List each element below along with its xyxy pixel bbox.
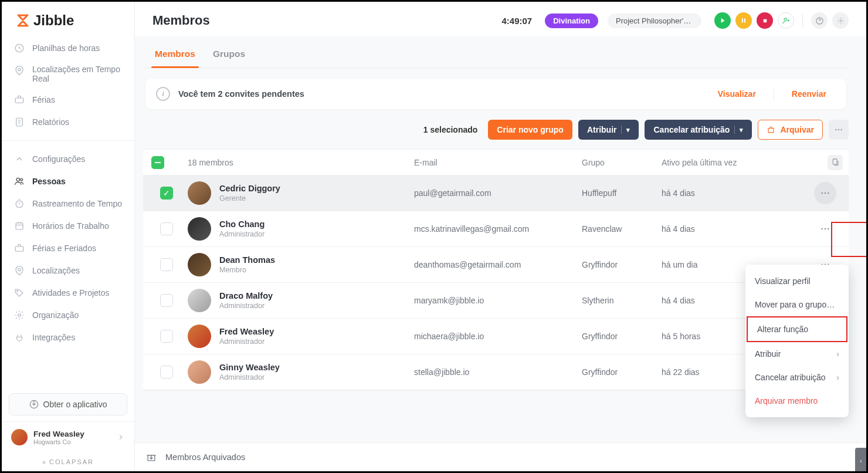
plug-icon — [13, 332, 25, 343]
collapse-button[interactable]: «COLAPSAR — [2, 452, 134, 471]
nav-activities[interactable]: Atividades e Projetos — [2, 282, 134, 304]
chevron-down-icon: ▾ — [740, 126, 743, 134]
member-email: stella@jibble.io — [414, 367, 578, 377]
svg-rect-15 — [763, 19, 767, 22]
member-name: Ginny Weasley — [219, 363, 280, 372]
table-row[interactable]: Cho Chang Administrador mcs.katrinaville… — [143, 211, 849, 247]
svg-rect-7 — [16, 223, 23, 229]
col-last-active: Ativo pela última vez — [662, 158, 804, 167]
gear-icon — [13, 309, 25, 321]
project-pill[interactable]: Project Philosopher's S… — [608, 13, 701, 28]
drawer-handle[interactable]: ‹ — [855, 448, 867, 473]
logo-icon — [16, 13, 30, 28]
row-more-button[interactable] — [814, 182, 836, 204]
avatar — [188, 289, 211, 312]
member-email: paul@getairmail.com — [414, 188, 578, 198]
member-role: Administrador — [219, 230, 265, 238]
more-actions-button[interactable] — [829, 120, 849, 140]
help-icon[interactable] — [811, 12, 828, 29]
nav-label: Pessoas — [32, 177, 66, 186]
nav-vacation[interactable]: Férias — [2, 89, 134, 111]
pause-icon[interactable] — [735, 12, 752, 29]
nav-label: Rastreamento de Tempo — [32, 199, 122, 208]
menu-unassign[interactable]: Cancelar atribuição› — [745, 366, 849, 389]
table-row[interactable]: Ginny Weasley Administrador stella@jibbl… — [143, 354, 849, 390]
menu-move-to-group[interactable]: Mover para o grupo… — [745, 293, 849, 316]
archived-label: Membros Arquivados — [165, 452, 245, 462]
svg-point-24 — [825, 192, 826, 194]
logo[interactable]: Jibble — [2, 2, 134, 35]
brand-name: Jibble — [33, 12, 74, 29]
chevron-down-icon: ▾ — [626, 126, 630, 134]
menu-view-profile[interactable]: Visualizar perfil — [745, 269, 849, 293]
row-checkbox[interactable] — [160, 222, 173, 235]
export-icon[interactable] — [828, 155, 843, 170]
select-all-checkbox[interactable] — [151, 156, 164, 169]
nav-people[interactable]: Pessoas — [2, 170, 134, 192]
row-checkbox[interactable] — [160, 294, 173, 307]
nav-locations[interactable]: Localizações — [2, 259, 134, 282]
nav-holidays[interactable]: Férias e Feriados — [2, 237, 134, 259]
svg-rect-2 — [15, 98, 23, 103]
menu-assign[interactable]: Atribuir› — [745, 342, 849, 366]
settings-icon[interactable] — [832, 12, 849, 29]
nav-settings[interactable]: Configurações — [2, 148, 134, 170]
nav-tracking[interactable]: Rastreamento de Tempo — [2, 192, 134, 215]
table-row[interactable]: Dean Thomas Membro deanthomas@getairmail… — [143, 247, 849, 283]
archived-members[interactable]: Membros Arquivados — [135, 442, 866, 471]
add-person-icon[interactable] — [778, 12, 794, 29]
svg-point-26 — [821, 228, 823, 230]
member-role: Gerente — [219, 194, 280, 202]
nav-schedules[interactable]: Horários de Trabalho — [2, 215, 134, 237]
members-count: 18 membros — [188, 158, 411, 167]
play-icon[interactable] — [714, 12, 731, 29]
collapse-label: COLAPSAR — [49, 458, 94, 465]
download-icon — [29, 400, 39, 409]
menu-change-role[interactable]: Alterar função — [747, 316, 847, 342]
assign-button[interactable]: Atribuir ▾ — [578, 120, 639, 140]
activity-pill[interactable]: Divination — [545, 13, 598, 28]
suitcase-icon — [13, 242, 25, 254]
nav-label: Localizações em Tempo Real — [32, 65, 123, 83]
sidebar-user[interactable]: Fred Weasley Hogwarts Co — [2, 421, 134, 452]
menu-archive-member[interactable]: Arquivar membro — [745, 389, 849, 413]
archive-label: Arquivar — [780, 125, 814, 134]
avatar — [188, 325, 211, 348]
member-last-active: há 4 dias — [662, 188, 804, 198]
row-checkbox[interactable]: ✓ — [160, 187, 173, 200]
nav-reports[interactable]: Relatórios — [2, 111, 134, 133]
nav-locations-realtime[interactable]: Localizações em Tempo Real — [2, 59, 134, 89]
info-icon: i — [156, 87, 170, 101]
member-group: Gryffindor — [582, 332, 658, 341]
nav-timesheets[interactable]: Planilhas de horas — [2, 37, 134, 59]
avatar — [188, 217, 211, 241]
row-checkbox[interactable] — [160, 258, 173, 271]
banner-view-link[interactable]: Visualizar — [708, 87, 765, 101]
member-email: maryamk@jibble.io — [414, 296, 578, 305]
calendar-icon — [13, 220, 25, 232]
get-app-button[interactable]: Obter o aplicativo — [9, 393, 127, 415]
create-group-button[interactable]: Criar novo grupo — [488, 120, 572, 140]
nav-integrations[interactable]: Integrações — [2, 326, 134, 349]
nav-organization[interactable]: Organização — [2, 304, 134, 326]
menu-label: Mover para o grupo… — [755, 300, 835, 309]
svg-point-20 — [838, 129, 839, 130]
nav-label: Organização — [32, 310, 79, 320]
svg-rect-13 — [742, 19, 743, 23]
banner-resend-link[interactable]: Reenviar — [782, 87, 836, 101]
table-row[interactable]: Fred Weasley Administrador michaera@jibb… — [143, 319, 849, 354]
unassign-button[interactable]: Cancelar atribuição ▾ — [645, 120, 752, 140]
row-checkbox[interactable] — [160, 330, 173, 343]
tab-members[interactable]: Membros — [155, 49, 195, 67]
assign-label: Atribuir — [587, 125, 617, 134]
member-name: Cho Chang — [219, 219, 265, 229]
row-checkbox[interactable] — [160, 366, 173, 379]
table-row[interactable]: ✓ Cedric Diggory Gerente paul@getairmail… — [143, 175, 849, 211]
tab-groups[interactable]: Grupos — [213, 49, 245, 67]
user-name: Fred Weasley — [33, 430, 111, 438]
archive-button[interactable]: Arquivar — [758, 120, 823, 140]
stop-icon[interactable] — [757, 12, 773, 29]
banner-msg: Você tem 2 convites pendentes — [178, 89, 700, 99]
clock-icon — [13, 42, 25, 54]
table-row[interactable]: Draco Malfoy Administrador maryamk@jibbl… — [143, 283, 849, 319]
